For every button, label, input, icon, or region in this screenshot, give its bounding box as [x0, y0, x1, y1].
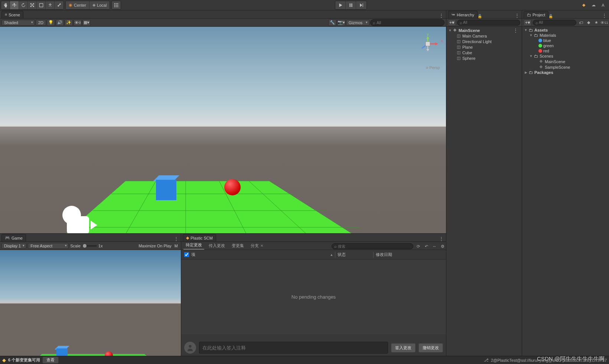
- gizmos-dropdown[interactable]: Gizmos: [346, 20, 369, 26]
- display-dropdown[interactable]: Display 1: [1, 243, 26, 249]
- hierarchy-scene-row[interactable]: ▼ ❖ MainScene ⋮: [446, 27, 522, 33]
- col-status[interactable]: 状态: [338, 252, 371, 257]
- project-tree[interactable]: ▼🗀Assets ▼🗀Materials blue green red ▼🗀Sc…: [522, 27, 609, 356]
- project-scene-sample[interactable]: ❖SampleScene: [522, 64, 609, 70]
- project-search[interactable]: ⌕: [533, 20, 576, 26]
- pause-button[interactable]: [346, 1, 356, 9]
- scale-slider[interactable]: [82, 245, 97, 247]
- project-material-blue[interactable]: blue: [522, 38, 609, 43]
- project-create[interactable]: +▾: [524, 19, 532, 26]
- scene-tab-label: Scene: [9, 13, 20, 17]
- scale-tool[interactable]: [28, 1, 37, 9]
- tools-icon[interactable]: 🔧: [328, 19, 336, 26]
- plastic-tab-incoming[interactable]: 传入更改: [206, 242, 227, 250]
- hierarchy-item-plane[interactable]: ◫Plane: [446, 44, 522, 50]
- hidden-objects[interactable]: 👁0: [74, 19, 82, 26]
- col-date[interactable]: 修改日期: [376, 252, 392, 257]
- 2d-toggle[interactable]: 2D: [36, 20, 46, 26]
- project-search-input[interactable]: [539, 20, 574, 25]
- hierarchy-item-cube[interactable]: ◫Cube: [446, 50, 522, 55]
- svg-line-1: [119, 181, 156, 233]
- fx-toggle[interactable]: ✨: [65, 19, 73, 26]
- custom-tool[interactable]: [55, 1, 63, 9]
- hierarchy-tab[interactable]: ≔ Hierarchy: [448, 11, 478, 18]
- project-tab[interactable]: 🗀 Project: [524, 11, 548, 18]
- move-tool[interactable]: [10, 1, 19, 9]
- hierarchy-search[interactable]: ⌕: [457, 20, 520, 26]
- project-materials-folder[interactable]: ▼🗀Materials: [522, 33, 609, 38]
- plastic-scm-icon[interactable]: ◆: [579, 1, 588, 9]
- rotate-tool[interactable]: [19, 1, 28, 9]
- scene-tab-menu[interactable]: ⋮: [437, 13, 446, 18]
- close-icon[interactable]: ✕: [260, 244, 263, 248]
- hidden-packages[interactable]: 👁11: [601, 19, 608, 26]
- project-material-green[interactable]: green: [522, 43, 609, 48]
- hierarchy-search-input[interactable]: [463, 20, 518, 25]
- hierarchy-item-sphere[interactable]: ◫Sphere: [446, 55, 522, 61]
- m-button[interactable]: M: [173, 244, 179, 248]
- snap-toggle[interactable]: [112, 1, 121, 9]
- plastic-tab-changesets[interactable]: 变更集: [229, 242, 246, 250]
- game-tab[interactable]: 🎮 Game: [1, 234, 26, 241]
- camera-icon[interactable]: 📷▾: [337, 19, 345, 26]
- shading-mode-dropdown[interactable]: Shaded: [1, 20, 35, 26]
- project-scene-main[interactable]: ❖MainScene: [522, 59, 609, 64]
- plastic-tab[interactable]: ◆ Plastic SCM: [183, 234, 216, 241]
- undo-icon[interactable]: ↶: [423, 243, 430, 250]
- status-view-button[interactable]: 查看: [42, 357, 59, 364]
- project-scenes-folder[interactable]: ▼🗀Scenes: [522, 53, 609, 59]
- game-tab-menu[interactable]: ⋮: [172, 236, 181, 241]
- plastic-tab-branches[interactable]: 分支✕: [248, 242, 266, 250]
- pivot-icon: ◉: [69, 3, 72, 7]
- plastic-footer: 签入更改 撤销更改: [181, 339, 446, 356]
- project-tab-menu[interactable]: ⋮: [600, 13, 609, 18]
- hierarchy-item-light[interactable]: ◫Directional Light: [446, 39, 522, 44]
- pivot-toggle[interactable]: ◉ Center: [66, 1, 89, 9]
- scene-viewport[interactable]: y x ≡ Persp: [0, 27, 446, 233]
- lock-icon[interactable]: 🔓: [478, 14, 482, 18]
- refresh-icon[interactable]: ⟳: [415, 243, 421, 250]
- scene-tab[interactable]: ⌗ Scene: [1, 11, 23, 18]
- space-toggle[interactable]: ◈ Local: [89, 1, 110, 9]
- hand-tool[interactable]: [1, 1, 10, 9]
- commit-button[interactable]: 签入更改: [391, 343, 416, 352]
- aspect-dropdown[interactable]: Free Aspect: [28, 243, 69, 249]
- rect-tool[interactable]: [37, 1, 46, 9]
- audio-toggle[interactable]: 🔊: [56, 19, 64, 26]
- filter-by-label-icon[interactable]: ◆: [585, 19, 592, 26]
- orientation-gizmo[interactable]: y x: [415, 32, 441, 52]
- step-button[interactable]: [356, 1, 367, 9]
- lock-icon[interactable]: 🔓: [548, 14, 553, 18]
- project-assets[interactable]: ▼🗀Assets: [522, 27, 609, 33]
- scene-search-input[interactable]: [377, 20, 442, 25]
- transform-tool[interactable]: [46, 1, 55, 9]
- plastic-search-input[interactable]: [338, 244, 411, 248]
- hierarchy-tree[interactable]: ▼ ❖ MainScene ⋮ ◫Main Camera ◫Directiona…: [446, 27, 522, 356]
- favorites-icon[interactable]: ★: [593, 19, 600, 26]
- revert-button[interactable]: 撤销更改: [419, 343, 443, 352]
- filter-by-type-icon[interactable]: 🏷: [577, 19, 584, 26]
- settings-icon[interactable]: ⚙: [439, 243, 446, 250]
- maximize-label[interactable]: Maximize On Play: [139, 244, 172, 248]
- persp-label[interactable]: ≡ Persp: [426, 65, 440, 70]
- scene-row-menu[interactable]: ⋮: [511, 27, 520, 33]
- warning-icon: ◆: [2, 357, 6, 363]
- col-item[interactable]: 项: [191, 252, 195, 257]
- project-packages[interactable]: ▶🗀Packages: [522, 70, 609, 75]
- plastic-tab-pending[interactable]: 待定更改: [183, 241, 204, 250]
- hierarchy-tab-menu[interactable]: ⋮: [512, 13, 522, 18]
- scene-search[interactable]: ⌕: [370, 19, 444, 26]
- select-all-checkbox[interactable]: [184, 252, 189, 257]
- redo-icon[interactable]: ↔: [431, 243, 438, 250]
- cloud-icon[interactable]: ☁: [589, 1, 598, 9]
- project-material-red[interactable]: red: [522, 48, 609, 53]
- create-dropdown[interactable]: +▾: [448, 19, 456, 26]
- commit-message-input[interactable]: [199, 342, 388, 354]
- play-button[interactable]: [335, 1, 346, 9]
- lighting-toggle[interactable]: 💡: [47, 19, 55, 26]
- plastic-panel-menu[interactable]: ⋮: [437, 236, 446, 241]
- plastic-search[interactable]: ⌕: [332, 243, 413, 249]
- account-icon[interactable]: A: [599, 1, 608, 9]
- grid-dropdown[interactable]: ▦▾: [82, 19, 91, 26]
- hierarchy-item-camera[interactable]: ◫Main Camera: [446, 33, 522, 39]
